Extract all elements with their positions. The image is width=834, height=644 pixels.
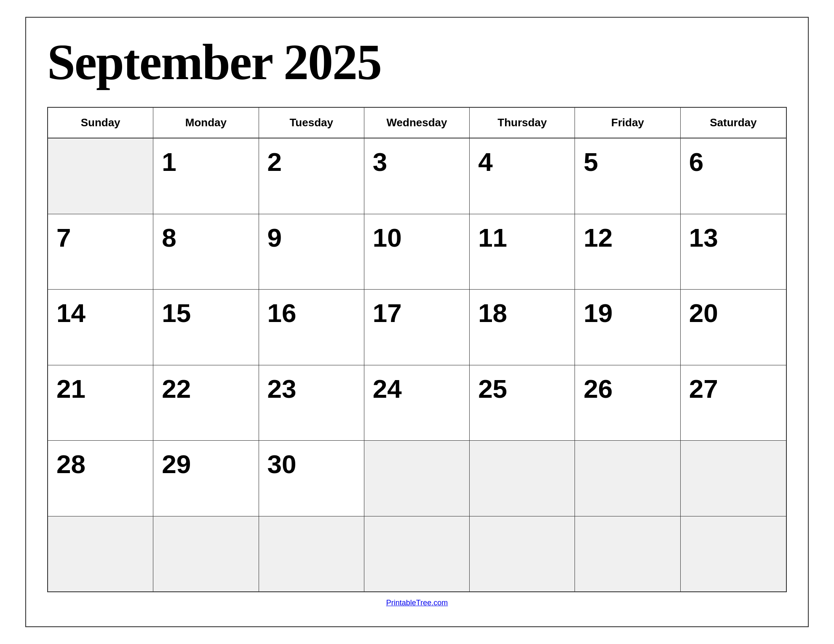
day-cell	[681, 441, 786, 516]
day-number: 13	[689, 221, 718, 251]
day-number: 16	[267, 296, 297, 326]
day-header-tuesday: Tuesday	[259, 108, 364, 138]
day-cell: 3	[364, 138, 470, 214]
day-cell	[48, 516, 153, 592]
week-row-1: 123456	[48, 138, 786, 214]
day-cell	[364, 441, 470, 516]
day-header-thursday: Thursday	[470, 108, 575, 138]
day-cell: 18	[470, 290, 575, 365]
day-header-monday: Monday	[153, 108, 259, 138]
day-header-saturday: Saturday	[681, 108, 786, 138]
day-cell	[681, 516, 786, 592]
day-number: 24	[373, 372, 402, 402]
day-cell: 16	[259, 290, 364, 365]
day-cell: 21	[48, 365, 153, 441]
day-number: 23	[267, 372, 297, 402]
week-row-3: 14151617181920	[48, 290, 786, 365]
day-number: 19	[583, 296, 612, 326]
day-cell: 17	[364, 290, 470, 365]
day-number: 10	[373, 221, 402, 251]
day-number: 8	[162, 221, 176, 251]
day-cell: 24	[364, 365, 470, 441]
day-number: 3	[373, 145, 387, 175]
footer[interactable]: PrintableTree.com	[47, 592, 787, 614]
day-number: 14	[56, 296, 86, 326]
day-number: 6	[689, 145, 703, 175]
day-cell: 9	[259, 214, 364, 290]
day-number: 21	[56, 372, 86, 402]
day-cell: 15	[153, 290, 259, 365]
day-header-friday: Friday	[575, 108, 680, 138]
day-number: 17	[373, 296, 402, 326]
day-number: 29	[162, 447, 191, 477]
day-cell: 13	[681, 214, 786, 290]
day-number: 27	[689, 372, 718, 402]
day-cell: 8	[153, 214, 259, 290]
day-header-wednesday: Wednesday	[364, 108, 470, 138]
day-number: 15	[162, 296, 191, 326]
day-cell	[470, 441, 575, 516]
day-number: 22	[162, 372, 191, 402]
day-number: 2	[267, 145, 282, 175]
day-cell: 14	[48, 290, 153, 365]
day-cell: 5	[575, 138, 680, 214]
day-cell: 12	[575, 214, 680, 290]
day-cell	[575, 441, 680, 516]
day-cell: 29	[153, 441, 259, 516]
week-row-2: 78910111213	[48, 214, 786, 290]
day-cell	[364, 516, 470, 592]
day-number: 4	[478, 145, 492, 175]
day-cell: 30	[259, 441, 364, 516]
day-cell	[48, 138, 153, 214]
calendar-title: September 2025	[47, 35, 787, 90]
day-cell: 27	[681, 365, 786, 441]
weeks-container: 1234567891011121314151617181920212223242…	[48, 138, 786, 591]
calendar-grid: SundayMondayTuesdayWednesdayThursdayFrid…	[47, 107, 787, 592]
day-cell	[153, 516, 259, 592]
day-number: 5	[583, 145, 598, 175]
day-cell: 2	[259, 138, 364, 214]
week-row-4: 21222324252627	[48, 365, 786, 441]
day-cell: 20	[681, 290, 786, 365]
day-number: 9	[267, 221, 282, 251]
day-cell	[259, 516, 364, 592]
calendar-container: September 2025 SundayMondayTuesdayWednes…	[25, 17, 809, 627]
day-number: 20	[689, 296, 718, 326]
day-cell	[575, 516, 680, 592]
day-cell: 11	[470, 214, 575, 290]
day-number: 26	[583, 372, 612, 402]
day-cell: 23	[259, 365, 364, 441]
day-cell: 25	[470, 365, 575, 441]
day-cell: 4	[470, 138, 575, 214]
day-number: 7	[56, 221, 71, 251]
day-headers: SundayMondayTuesdayWednesdayThursdayFrid…	[48, 108, 786, 138]
day-number: 30	[267, 447, 297, 477]
week-row-6	[48, 516, 786, 592]
day-header-sunday: Sunday	[48, 108, 153, 138]
day-number: 1	[162, 145, 176, 175]
day-cell: 19	[575, 290, 680, 365]
day-cell: 26	[575, 365, 680, 441]
day-number: 11	[478, 221, 507, 251]
day-cell: 7	[48, 214, 153, 290]
day-number: 18	[478, 296, 507, 326]
day-cell: 1	[153, 138, 259, 214]
day-cell: 6	[681, 138, 786, 214]
day-cell: 28	[48, 441, 153, 516]
day-cell: 22	[153, 365, 259, 441]
week-row-5: 282930	[48, 441, 786, 516]
day-cell: 10	[364, 214, 470, 290]
footer-link[interactable]: PrintableTree.com	[386, 599, 448, 607]
day-cell	[470, 516, 575, 592]
day-number: 25	[478, 372, 507, 402]
day-number: 12	[583, 221, 612, 251]
day-number: 28	[56, 447, 86, 477]
